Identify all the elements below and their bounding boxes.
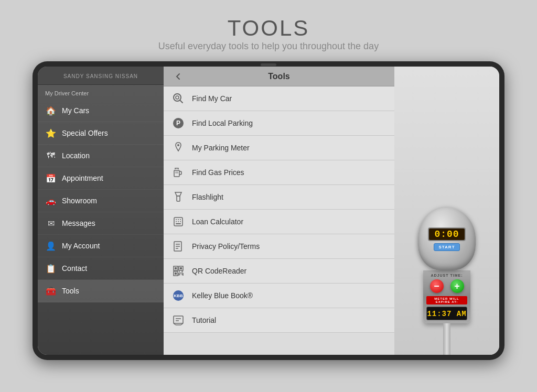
adjust-time-label: ADJUST TIME: <box>426 274 467 277</box>
main-header: Tools <box>164 67 394 86</box>
meter-controls: − + <box>426 279 467 293</box>
sidebar-item-my-account[interactable]: 👤 My Account <box>38 235 164 257</box>
meter-minus-button[interactable]: − <box>430 279 444 293</box>
tools-list: Find My Car P Find Local Parking <box>164 86 394 355</box>
page-subtitle: Useful everyday tools to help you throug… <box>158 41 379 52</box>
page-header: TOOLS Useful everyday tools to help you … <box>158 16 379 52</box>
back-button[interactable] <box>171 69 186 84</box>
meter-time: 0:00 <box>434 229 459 239</box>
meter-plus-button[interactable]: + <box>450 279 464 293</box>
sidebar-label-special-offers: Special Offers <box>62 129 108 137</box>
sidebar-label-location: Location <box>62 151 90 160</box>
tool-find-gas-prices[interactable]: Find Gas Prices <box>164 160 394 185</box>
expire-time: 11:37 AM <box>426 307 467 320</box>
meter-head: 0:00 START <box>418 208 476 270</box>
tool-qr-codereader[interactable]: QR CodeReader <box>164 259 394 284</box>
flashlight-label: Flashlight <box>192 193 223 201</box>
envelope-icon: ✉ <box>45 217 57 229</box>
find-my-car-label: Find My Car <box>192 94 232 103</box>
tool-tutorial[interactable]: Tutorial <box>164 308 394 333</box>
star-icon: ⭐ <box>45 127 57 139</box>
gas-prices-icon <box>171 165 186 180</box>
tool-flashlight[interactable]: Flashlight <box>164 185 394 210</box>
sidebar-label-appointment: Appointment <box>62 174 103 182</box>
sidebar-label-my-account: My Account <box>62 242 100 250</box>
sidebar: SANDY SANSING NISSAN My Driver Center 🏠 … <box>38 67 164 355</box>
svg-point-1 <box>176 96 179 99</box>
tool-my-parking-meter[interactable]: My Parking Meter <box>164 136 394 160</box>
svg-rect-7 <box>177 196 180 201</box>
parking-meter-icon <box>171 140 186 155</box>
parking-meter: 0:00 START ADJUST TIME: − + METER WILL E… <box>418 208 476 355</box>
tutorial-icon <box>171 313 186 328</box>
loan-calculator-icon <box>171 214 186 229</box>
svg-text:P: P <box>176 119 180 127</box>
privacy-policy-icon <box>171 239 186 254</box>
driver-center-label: My Driver Center <box>38 85 164 100</box>
find-local-parking-icon: P <box>171 116 186 130</box>
calendar-icon: 📅 <box>45 172 57 184</box>
svg-text:KBB: KBB <box>174 293 183 298</box>
tablet-frame: SANDY SANSING NISSAN My Driver Center 🏠 … <box>33 61 504 360</box>
sidebar-label-tools: Tools <box>62 287 79 295</box>
meter-body: ADJUST TIME: − + METER WILL EXPIRE AT: 1… <box>423 270 470 323</box>
meter-pole <box>443 323 450 355</box>
page-title: TOOLS <box>158 16 379 41</box>
sidebar-item-messages[interactable]: ✉ Messages <box>38 212 164 235</box>
sidebar-item-my-cars[interactable]: 🏠 My Cars <box>38 100 164 122</box>
sidebar-item-special-offers[interactable]: ⭐ Special Offers <box>38 122 164 145</box>
expire-time-value: 11:37 AM <box>427 310 466 318</box>
tutorial-label: Tutorial <box>192 316 216 324</box>
dealer-name: SANDY SANSING NISSAN <box>63 73 138 79</box>
tool-find-my-car[interactable]: Find My Car <box>164 86 394 111</box>
find-my-car-icon <box>171 91 186 106</box>
main-title: Tools <box>191 72 367 81</box>
sidebar-item-tools[interactable]: 🧰 Tools <box>38 280 164 302</box>
svg-point-4 <box>177 144 179 146</box>
tablet-screen: SANDY SANSING NISSAN My Driver Center 🏠 … <box>38 67 499 355</box>
main-area: Tools Find My Car <box>164 67 394 355</box>
svg-rect-6 <box>175 171 178 173</box>
sidebar-header: SANDY SANSING NISSAN <box>38 67 164 85</box>
tool-find-local-parking[interactable]: P Find Local Parking <box>164 111 394 136</box>
privacy-policy-label: Privacy Policy/Terms <box>192 242 260 251</box>
map-icon: 🗺 <box>45 150 57 161</box>
tool-privacy-policy[interactable]: Privacy Policy/Terms <box>164 234 394 259</box>
sidebar-item-showroom[interactable]: 🚗 Showroom <box>38 190 164 212</box>
tool-kelley-blue-book[interactable]: KBB Kelley Blue Book® <box>164 284 394 308</box>
svg-rect-25 <box>175 273 177 275</box>
sidebar-item-appointment[interactable]: 📅 Appointment <box>38 167 164 190</box>
loan-calculator-label: Loan Calculator <box>192 217 243 226</box>
tools-icon: 🧰 <box>45 285 57 297</box>
qr-codereader-label: QR CodeReader <box>192 267 246 275</box>
sidebar-label-contact: Contact <box>62 264 87 273</box>
tool-loan-calculator[interactable]: Loan Calculator <box>164 210 394 234</box>
find-local-parking-label: Find Local Parking <box>192 119 253 127</box>
contact-icon: 📋 <box>45 263 57 274</box>
meter-display: 0:00 <box>428 227 466 241</box>
svg-rect-35 <box>174 316 183 323</box>
kelley-blue-book-icon: KBB <box>171 288 186 303</box>
flashlight-icon <box>171 190 186 204</box>
my-parking-meter-label: My Parking Meter <box>192 144 250 152</box>
svg-rect-23 <box>180 267 182 269</box>
meter-start-button[interactable]: START <box>434 243 459 251</box>
expire-label: METER WILL EXPIRE AT: <box>426 296 467 304</box>
qr-code-icon <box>171 264 186 278</box>
svg-rect-21 <box>175 267 177 269</box>
home-icon: 🏠 <box>45 105 57 116</box>
sidebar-nav: 🏠 My Cars ⭐ Special Offers 🗺 Location 📅 … <box>38 100 164 355</box>
sidebar-label-messages: Messages <box>62 219 95 227</box>
meter-panel: 0:00 START ADJUST TIME: − + METER WILL E… <box>394 67 499 355</box>
sidebar-item-location[interactable]: 🗺 Location <box>38 145 164 167</box>
find-gas-prices-label: Find Gas Prices <box>192 168 244 177</box>
kelley-blue-book-label: Kelley Blue Book® <box>192 291 253 300</box>
car-icon: 🚗 <box>45 195 57 206</box>
sidebar-label-showroom: Showroom <box>62 197 97 205</box>
user-icon: 👤 <box>45 240 57 252</box>
sidebar-item-contact[interactable]: 📋 Contact <box>38 257 164 280</box>
sidebar-label-my-cars: My Cars <box>62 106 89 115</box>
